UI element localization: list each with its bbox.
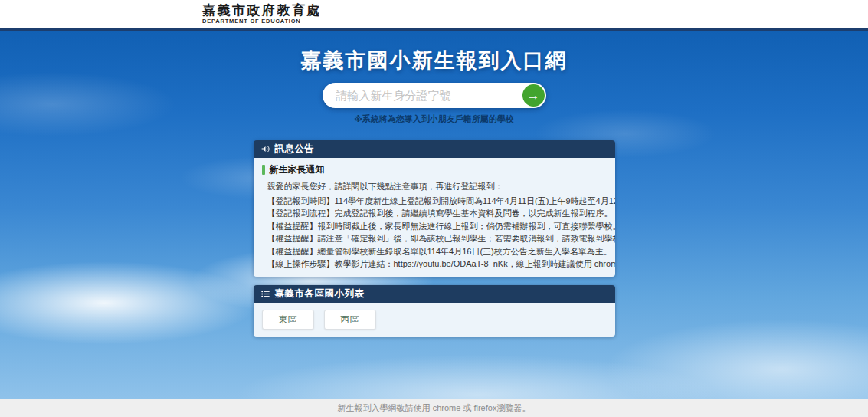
- megaphone-icon: [260, 144, 270, 154]
- school-list-panel: 嘉義市各區國小列表 東區 西區: [254, 285, 615, 337]
- main-content: 嘉義市國小新生報到入口網 → ※系統將為您導入到小朋友戶籍所屬的學校 訊息公告 …: [0, 31, 868, 399]
- site-footer: 新生報到入學網敬請使用 chrome 或 firefox瀏覽器。: [0, 399, 868, 417]
- notice-list: 【登記報到時間】114學年度新生線上登記報到開放時間為114年4月11日(五)上…: [267, 195, 607, 270]
- notice-title-row: 新生家長通知: [262, 163, 607, 176]
- page-title: 嘉義市國小新生報到入口網: [0, 31, 868, 74]
- notice-item: 【線上操作步驟】教學影片連結：https://youtu.be/ODAaT-8_…: [267, 258, 607, 270]
- notice-title: 新生家長通知: [270, 163, 325, 176]
- submit-button[interactable]: →: [522, 84, 545, 107]
- district-buttons: 東區 西區: [254, 303, 615, 337]
- student-id-input[interactable]: [323, 83, 546, 108]
- portal-page: 嘉義市政府教育處 DEPARTMENT OF EDUCATION 嘉義市國小新生…: [0, 0, 868, 417]
- announcement-panel: 訊息公告 新生家長通知 親愛的家長您好，請詳閱以下幾點注意事項，再進行登記報到：…: [254, 140, 615, 277]
- district-button-west[interactable]: 西區: [324, 310, 376, 330]
- notice-green-bar: [262, 165, 265, 175]
- announcement-panel-title: 訊息公告: [275, 143, 315, 156]
- district-button-east[interactable]: 東區: [262, 310, 314, 330]
- notice-item: 【權益提醒】總量管制學校新生錄取名單以114年4月16日(三)校方公告之新生入學…: [267, 245, 607, 258]
- notice-item: 【權益提醒】請注意「確定報到」後，即為該校已報到學生；若需要取消報到，請致電報到…: [267, 232, 607, 245]
- announcement-panel-header: 訊息公告: [254, 140, 615, 158]
- arrow-right-icon: →: [527, 89, 540, 102]
- logo-subtitle: DEPARTMENT OF EDUCATION: [202, 18, 322, 25]
- list-icon: [260, 289, 270, 299]
- search-hint: ※系統將為您導入到小朋友戶籍所屬的學校: [0, 113, 868, 125]
- notice-item: 【登記報到流程】完成登記報到後，請繼續填寫學生基本資料及問卷，以完成新生報到程序…: [267, 207, 607, 219]
- logo: 嘉義市政府教育處 DEPARTMENT OF EDUCATION: [202, 4, 322, 25]
- school-list-panel-header: 嘉義市各區國小列表: [254, 285, 615, 303]
- announcement-body: 新生家長通知 親愛的家長您好，請詳閱以下幾點注意事項，再進行登記報到： 【登記報…: [254, 158, 615, 277]
- id-search: →: [323, 83, 546, 108]
- notice-intro: 親愛的家長您好，請詳閱以下幾點注意事項，再進行登記報到：: [267, 181, 607, 192]
- notice-item: 【權益提醒】報到時間截止後，家長即無法進行線上報到；倘仍需補辦報到，可直接聯繫學…: [267, 220, 607, 232]
- footer-text: 新生報到入學網敬請使用 chrome 或 firefox瀏覽器。: [338, 402, 531, 414]
- school-list-panel-title: 嘉義市各區國小列表: [275, 287, 365, 300]
- notice-item: 【登記報到時間】114學年度新生線上登記報到開放時間為114年4月11日(五)上…: [267, 195, 607, 207]
- logo-title: 嘉義市政府教育處: [202, 4, 322, 17]
- site-header: 嘉義市政府教育處 DEPARTMENT OF EDUCATION: [0, 0, 868, 28]
